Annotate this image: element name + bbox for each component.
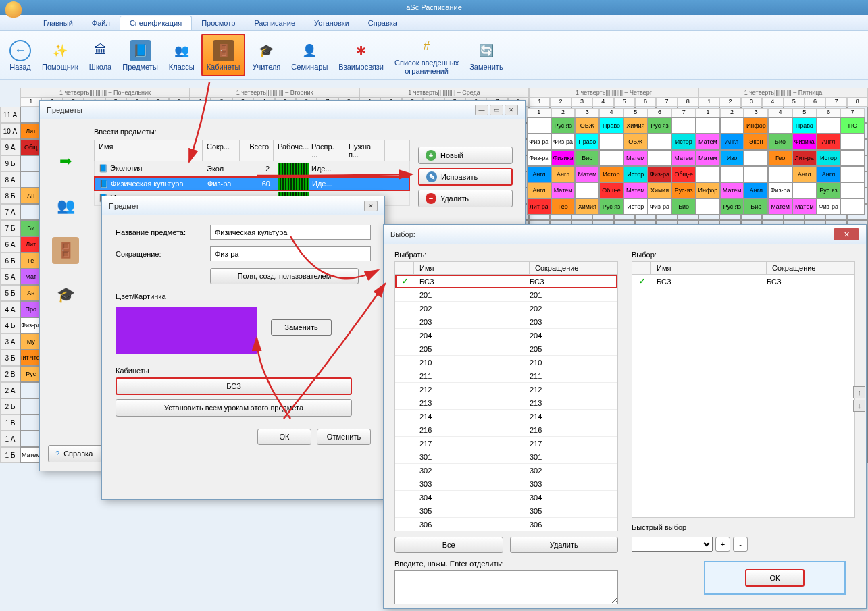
replace-button[interactable]: 🔄Заменить <box>465 34 507 76</box>
list-item[interactable]: 214214 <box>395 410 617 423</box>
list-item[interactable]: 201201 <box>395 288 617 302</box>
replace-color-button[interactable]: Заменить <box>271 319 332 336</box>
list-item[interactable]: 212212 <box>395 383 617 396</box>
table-row[interactable]: 📘 ЭкологияЭкол2Иде... <box>94 161 410 176</box>
subject-name-input[interactable] <box>210 225 371 240</box>
delete-button[interactable]: −Удалить <box>418 190 513 207</box>
people-icon[interactable]: 👥 <box>52 192 79 219</box>
menubar: Главный Файл Спецификация Просмотр Распи… <box>0 15 868 31</box>
list-item[interactable]: 213213 <box>395 396 617 410</box>
quick-select-dropdown[interactable] <box>632 537 713 552</box>
list-item[interactable]: 202202 <box>395 302 617 315</box>
right-list[interactable]: ✓БСЗБСЗ <box>632 275 855 518</box>
list-item[interactable]: ✓БСЗБСЗ <box>632 275 854 288</box>
bell-icon <box>5 1 22 18</box>
rooms-button-detail[interactable]: БСЗ <box>116 377 352 395</box>
menu-help[interactable]: Справка <box>359 16 407 30</box>
back-button[interactable]: ←Назад <box>5 34 35 76</box>
teachers-button[interactable]: 🎓Учителя <box>248 34 284 76</box>
select-all-button[interactable]: Все <box>394 537 503 553</box>
new-button[interactable]: +Новый <box>418 147 513 164</box>
enter-textarea[interactable] <box>394 570 618 604</box>
name-label: Название предмета: <box>116 228 210 236</box>
selection-ok-button[interactable]: ОК <box>745 569 805 587</box>
list-item[interactable]: 305305 <box>395 504 617 518</box>
set-all-lessons-button[interactable]: Установить всем урокам этого предмета <box>116 399 352 417</box>
subjects-button[interactable]: 📘Предметы <box>118 34 162 76</box>
rooms-label: Кабинеты <box>116 367 371 375</box>
scroll-buttons: ↑ ↓ <box>853 386 865 412</box>
menu-spec[interactable]: Спецификация <box>120 16 192 30</box>
menu-sched[interactable]: Расписание <box>245 16 305 30</box>
subject-detail-dialog: Предмет ✕ Название предмета: Сокращение:… <box>101 196 385 500</box>
quick-select-label: Быстрый выбор <box>632 523 855 531</box>
list-item[interactable]: 302302 <box>395 464 617 477</box>
close-icon[interactable]: ✕ <box>834 228 859 240</box>
table-row[interactable]: 📘 Физическая культураФиз-ра60Иде... <box>94 176 410 191</box>
titlebar: aSc Расписание <box>0 0 868 15</box>
list-item[interactable]: 217217 <box>395 437 617 450</box>
remove-button[interactable]: Удалить <box>510 537 619 553</box>
door-icon[interactable]: 🚪 <box>52 237 79 264</box>
menu-view[interactable]: Просмотр <box>192 16 245 30</box>
left-list[interactable]: ✓БСЗБСЗ201201202202203203204204205205210… <box>394 275 618 531</box>
list-item[interactable]: 303303 <box>395 477 617 491</box>
list-item[interactable]: 211211 <box>395 369 617 383</box>
relations-button[interactable]: ✱Взаимосвязи <box>334 34 388 76</box>
menu-settings[interactable]: Установки <box>305 16 359 30</box>
color-preview <box>116 307 257 354</box>
selected-label: Выбор: <box>632 250 855 259</box>
select-label: Выбрать: <box>394 250 618 259</box>
subjects-table-header: ИмяСокр...ВсегоРабоче...Распр. ...Нужна … <box>94 140 410 161</box>
list-item[interactable]: 203203 <box>395 315 617 329</box>
school-button[interactable]: 🏛Школа <box>85 34 116 76</box>
rooms-button[interactable]: 🚪Кабинеты <box>201 34 246 76</box>
maximize-icon[interactable]: ▭ <box>490 105 503 115</box>
list-item[interactable]: 204204 <box>395 329 617 342</box>
minimize-icon[interactable]: — <box>475 105 488 115</box>
menu-file[interactable]: Файл <box>82 16 120 30</box>
selection-dialog: Выбор: ✕ Выбрать: ИмяСокращение ✓БСЗБСЗ2… <box>383 224 867 609</box>
ok-button[interactable]: ОК <box>257 429 311 445</box>
enter-label: Введите, нажм. Enter отделить: <box>394 560 618 568</box>
right-list-header: ИмяСокращение <box>632 261 855 275</box>
scroll-down-icon[interactable]: ↓ <box>853 400 865 412</box>
close-icon[interactable]: ✕ <box>505 105 518 115</box>
left-list-header: ИмяСокращение <box>394 261 618 275</box>
classes-button[interactable]: 👥Классы <box>165 34 199 76</box>
edit-button[interactable]: ✎Исправить <box>418 168 513 186</box>
scroll-up-icon[interactable]: ↑ <box>853 386 865 398</box>
list-item[interactable]: 301301 <box>395 450 617 464</box>
list-item[interactable]: 306306 <box>395 518 617 531</box>
userfields-button[interactable]: Поля, созд. пользователем <box>210 268 359 284</box>
cancel-button[interactable]: Отменить <box>317 429 371 445</box>
color-label: Цвет/Картинка <box>116 292 371 300</box>
subject-abbr-input[interactable] <box>210 246 371 261</box>
subjects-dialog-title: Предметы <box>47 106 82 114</box>
selection-dialog-title: Выбор: <box>390 230 415 238</box>
arrow-next-icon[interactable]: ➡ <box>52 148 79 175</box>
close-icon[interactable]: ✕ <box>364 201 378 211</box>
list-item[interactable]: 216216 <box>395 423 617 437</box>
plus-button[interactable]: + <box>715 537 730 552</box>
assistant-button[interactable]: ✨Помощник <box>38 34 82 76</box>
list-item[interactable]: 205205 <box>395 342 617 356</box>
cap-icon[interactable]: 🎓 <box>52 282 79 309</box>
subjects-prompt: Ввести предметы: <box>94 128 410 136</box>
abbr-label: Сокращение: <box>116 250 210 258</box>
list-item[interactable]: 304304 <box>395 491 617 504</box>
ribbon: ←Назад ✨Помощник 🏛Школа 📘Предметы 👥Класс… <box>0 31 868 80</box>
menu-main[interactable]: Главный <box>34 16 82 30</box>
restrictions-button[interactable]: #Список введенных ограничений <box>390 34 463 76</box>
seminars-button[interactable]: 👤Семинары <box>287 34 332 76</box>
subject-detail-title: Предмет <box>109 202 139 210</box>
list-item[interactable]: 210210 <box>395 356 617 369</box>
list-item[interactable]: ✓БСЗБСЗ <box>395 275 617 288</box>
minus-button[interactable]: - <box>733 537 748 552</box>
ok-box: ОК <box>704 561 846 595</box>
